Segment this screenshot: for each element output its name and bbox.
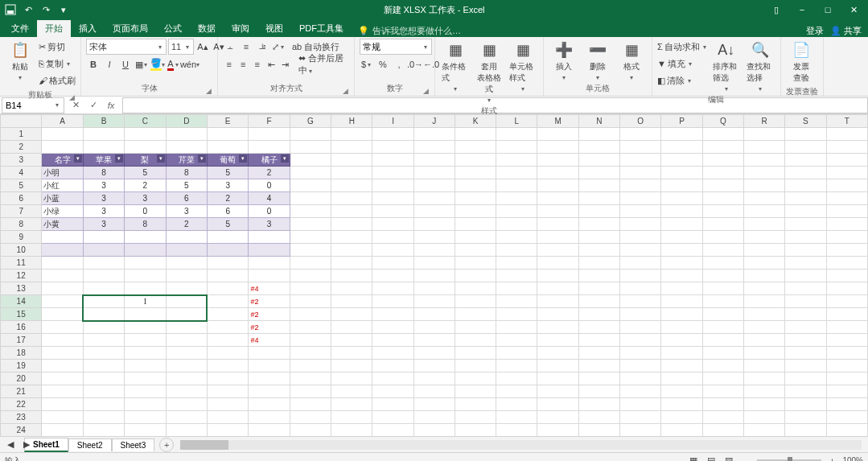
cell[interactable]	[743, 244, 784, 257]
row-header[interactable]: 9	[1, 231, 42, 244]
cell[interactable]	[785, 424, 826, 437]
sheet-tab-2[interactable]: Sheet2	[68, 438, 112, 451]
cell[interactable]	[455, 192, 496, 205]
row-header[interactable]: 2	[1, 141, 42, 154]
cell[interactable]	[331, 205, 372, 218]
cell[interactable]	[785, 257, 826, 270]
cell[interactable]	[166, 398, 207, 411]
cell[interactable]	[290, 128, 331, 141]
cell[interactable]	[290, 244, 331, 257]
cell[interactable]	[166, 231, 207, 244]
cell[interactable]	[496, 231, 537, 244]
cell[interactable]	[661, 141, 702, 154]
cell[interactable]	[331, 347, 372, 360]
cell[interactable]	[83, 141, 124, 154]
cell[interactable]	[702, 154, 743, 167]
cell[interactable]	[620, 179, 661, 192]
cell[interactable]	[661, 192, 702, 205]
cell[interactable]	[42, 257, 83, 270]
cell[interactable]	[166, 257, 207, 270]
ribbon-display-icon[interactable]: ▯	[765, 2, 788, 18]
cell[interactable]	[496, 360, 537, 373]
cell[interactable]	[372, 141, 413, 154]
cell[interactable]	[331, 295, 372, 308]
cell[interactable]	[661, 154, 702, 167]
view-layout-icon[interactable]: ▤	[704, 454, 718, 462]
cell[interactable]	[166, 282, 207, 295]
cell[interactable]	[826, 270, 867, 282]
cell[interactable]	[702, 295, 743, 308]
cell[interactable]	[537, 398, 578, 411]
qat-dropdown-icon[interactable]: ▾	[56, 2, 71, 17]
cell[interactable]	[743, 179, 784, 192]
cell[interactable]: 0	[249, 179, 290, 192]
cell[interactable]	[125, 244, 166, 257]
cell[interactable]	[83, 295, 124, 308]
cell[interactable]	[413, 321, 455, 334]
cell[interactable]: 小蓝	[42, 192, 83, 205]
cell[interactable]	[785, 205, 826, 218]
underline-button[interactable]: U	[118, 57, 133, 72]
cell[interactable]	[290, 308, 331, 321]
cell[interactable]: 3	[83, 218, 124, 231]
cell[interactable]: 葡萄▾	[207, 154, 248, 167]
cell[interactable]	[83, 282, 124, 295]
cell[interactable]	[207, 398, 248, 411]
cell[interactable]	[125, 231, 166, 244]
cell[interactable]	[620, 385, 661, 398]
cell[interactable]	[42, 334, 83, 347]
filter-dropdown-icon[interactable]: ▾	[157, 154, 165, 163]
cell[interactable]	[743, 321, 784, 334]
cell[interactable]	[702, 424, 743, 437]
cell[interactable]	[661, 321, 702, 334]
cell[interactable]	[743, 270, 784, 282]
row-header[interactable]: 13	[1, 282, 42, 295]
cell[interactable]	[743, 154, 784, 167]
row-header[interactable]: 21	[1, 385, 42, 398]
cell[interactable]	[537, 411, 578, 424]
cell[interactable]	[785, 192, 826, 205]
cell[interactable]	[702, 347, 743, 360]
row-header[interactable]: 14	[1, 295, 42, 308]
cell[interactable]	[331, 141, 372, 154]
cell[interactable]	[743, 205, 784, 218]
cell[interactable]	[578, 385, 619, 398]
cell[interactable]	[620, 128, 661, 141]
cell[interactable]	[661, 347, 702, 360]
cell[interactable]	[125, 398, 166, 411]
align-left-icon[interactable]: ≡	[223, 57, 236, 72]
cell[interactable]	[496, 192, 537, 205]
cell[interactable]	[42, 128, 83, 141]
tab-pdf[interactable]: PDF工具集	[291, 20, 352, 37]
cell[interactable]	[702, 308, 743, 321]
cell[interactable]	[125, 347, 166, 360]
cell[interactable]	[290, 270, 331, 282]
cell[interactable]	[785, 295, 826, 308]
cell[interactable]	[290, 257, 331, 270]
cell[interactable]: 3	[249, 218, 290, 231]
fill-button[interactable]: ▼填充▾	[657, 56, 708, 72]
cell[interactable]	[83, 385, 124, 398]
cell[interactable]	[702, 360, 743, 373]
row-header[interactable]: 3	[1, 154, 42, 167]
cell[interactable]	[537, 373, 578, 385]
cell[interactable]	[413, 308, 455, 321]
cell[interactable]	[42, 424, 83, 437]
cell[interactable]	[661, 128, 702, 141]
cell[interactable]	[661, 308, 702, 321]
cell[interactable]	[826, 179, 867, 192]
orientation-icon[interactable]: ⤢▾	[271, 39, 286, 54]
cell[interactable]: 小绿	[42, 205, 83, 218]
cell[interactable]	[578, 334, 619, 347]
cell[interactable]	[785, 360, 826, 373]
cell[interactable]	[826, 295, 867, 308]
cell[interactable]	[620, 308, 661, 321]
cell[interactable]	[537, 295, 578, 308]
phonetic-button[interactable]: wén▾	[183, 57, 197, 72]
cell[interactable]	[207, 282, 248, 295]
cell[interactable]: 小红	[42, 179, 83, 192]
cell[interactable]	[743, 257, 784, 270]
row-header[interactable]: 10	[1, 244, 42, 257]
number-format-combo[interactable]: 常规▾	[360, 39, 432, 55]
cell[interactable]	[207, 257, 248, 270]
